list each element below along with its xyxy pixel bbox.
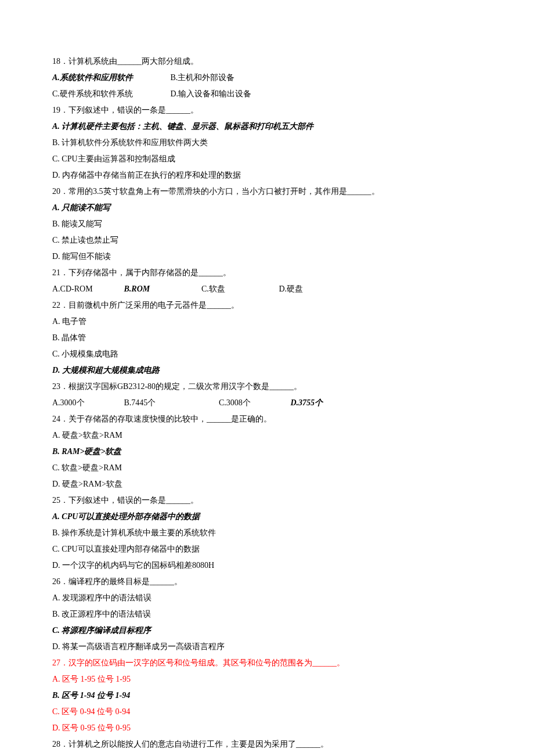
q18-optB: B.主机和外部设备 (171, 70, 235, 86)
q23-opts: A.3000个 B.7445个 C.3008个 D.3755个 (52, 395, 482, 411)
q22-optA: A. 电子管 (52, 314, 482, 330)
q19-optA: A. 计算机硬件主要包括：主机、键盘、显示器、鼠标器和打印机五大部件 (52, 118, 482, 135)
q18-optA: A.系统软件和应用软件 (52, 70, 168, 86)
q22-optD: D. 大规模和超大规模集成电路 (52, 362, 482, 379)
q20-optA: A. 只能读不能写 (52, 200, 482, 216)
q23-optA: A.3000个 (52, 395, 122, 411)
q23-optB: B.7445个 (124, 395, 217, 411)
q23-optC: C.3008个 (219, 395, 288, 411)
q24-stem: 24．关于存储器的存取速度快慢的比较中，______是正确的。 (52, 411, 482, 427)
q23-optD: D.3755个 (291, 395, 323, 411)
q27-optD: D. 区号 0-95 位号 0-95 (52, 720, 482, 736)
q20-stem: 20．常用的3.5英寸软盘角上有一带黑滑块的小方口，当小方口被打开时，其作用是_… (52, 183, 482, 200)
q19-optD: D. 内存储器中存储当前正在执行的程序和处理的数据 (52, 167, 482, 183)
q18-row1: A.系统软件和应用软件 B.主机和外部设备 (52, 70, 482, 86)
q21-optC: C.软盘 (201, 281, 277, 297)
q19-optB: B. 计算机软件分系统软件和应用软件两大类 (52, 135, 482, 151)
q26-optB: B. 改正源程序中的语法错误 (52, 606, 482, 622)
q27-stem: 27．汉字的区位码由一汉字的区号和位号组成。其区号和位号的范围各为______。 (52, 655, 482, 671)
q27-optA: A. 区号 1-95 位号 1-95 (52, 671, 482, 687)
q26-optD: D. 将某一高级语言程序翻译成另一高级语言程序 (52, 639, 482, 655)
q28-optA: A. 二进制数制 (52, 753, 482, 756)
q20-optD: D. 能写但不能读 (52, 249, 482, 265)
q27-optB: B. 区号 1-94 位号 1-94 (52, 687, 482, 704)
q18-row2: C.硬件系统和软件系统 D.输入设备和输出设备 (52, 86, 482, 102)
q25-optC: C. CPU可以直接处理内部存储器中的数据 (52, 541, 482, 557)
q26-optA: A. 发现源程序中的语法错误 (52, 590, 482, 606)
q26-optC: C. 将源程序编译成目标程序 (52, 622, 482, 639)
q24-optA: A. 硬盘>软盘>RAM (52, 427, 482, 444)
q25-optB: B. 操作系统是计算机系统中最主要的系统软件 (52, 525, 482, 541)
q25-optA: A. CPU可以直接处理外部存储器中的数据 (52, 509, 482, 525)
q20-optB: B. 能读又能写 (52, 216, 482, 232)
q27-optC: C. 区号 0-94 位号 0-94 (52, 704, 482, 720)
q24-optD: D. 硬盘>RAM>软盘 (52, 476, 482, 492)
q19-stem: 19．下列叙述中，错误的一条是______。 (52, 102, 482, 118)
q26-stem: 26．编译程序的最终目标是______。 (52, 574, 482, 590)
q21-optB: B.ROM (124, 281, 200, 297)
q28-stem: 28．计算机之所以能按人们的意志自动进行工作，主要是因为采用了______。 (52, 736, 482, 753)
q23-stem: 23．根据汉字国标GB2312-80的规定，二级次常用汉字个数是______。 (52, 379, 482, 395)
q22-stem: 22．目前微机中所广泛采用的电子元器件是______。 (52, 297, 482, 314)
q19-optC: C. CPU主要由运算器和控制器组成 (52, 151, 482, 167)
q24-optC: C. 软盘>硬盘>RAM (52, 460, 482, 476)
q20-optC: C. 禁止读也禁止写 (52, 232, 482, 249)
q22-optB: B. 晶体管 (52, 330, 482, 346)
q21-optA: A.CD-ROM (52, 281, 122, 297)
q25-stem: 25．下列叙述中，错误的一条是______。 (52, 492, 482, 509)
q18-optD: D.输入设备和输出设备 (171, 86, 252, 102)
q21-stem: 21．下列存储器中，属于内部存储器的是______。 (52, 265, 482, 281)
q25-optD: D. 一个汉字的机内码与它的国标码相差8080H (52, 557, 482, 574)
q22-optC: C. 小规模集成电路 (52, 346, 482, 362)
q18-optC: C.硬件系统和软件系统 (52, 86, 168, 102)
q21-optD: D.硬盘 (279, 281, 304, 297)
q18-stem: 18．计算机系统由______两大部分组成。 (52, 53, 482, 70)
q24-optB: B. RAM>硬盘>软盘 (52, 444, 482, 460)
q21-opts: A.CD-ROM B.ROM C.软盘 D.硬盘 (52, 281, 482, 297)
